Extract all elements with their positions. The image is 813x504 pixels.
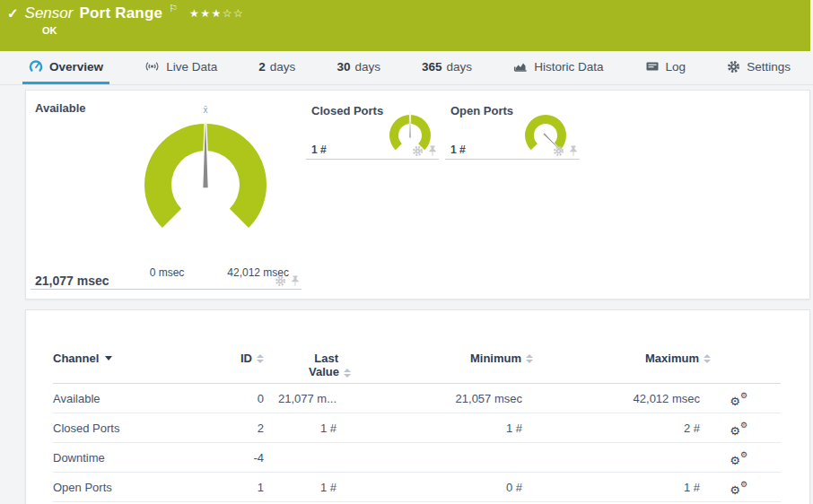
sensor-title: Port Range xyxy=(79,4,162,22)
available-gauge-value: 21,077 msec xyxy=(35,274,109,288)
available-gauge xyxy=(129,104,282,256)
gauge-min-label: 0 msec xyxy=(135,266,199,279)
status-badge: OK xyxy=(42,25,57,36)
channel-maximum: 1 # xyxy=(522,481,700,494)
log-list-icon xyxy=(645,59,660,74)
table-row: Downtime -4 ⚙⚙ xyxy=(53,443,781,473)
channel-minimum: 21,057 msec xyxy=(337,392,522,405)
flag-icon[interactable]: ⚐ xyxy=(169,3,178,14)
tab-365-days[interactable]: 365 days xyxy=(415,51,478,84)
tab-365-days-label: days xyxy=(447,60,473,74)
tab-settings[interactable]: Settings xyxy=(721,51,797,84)
available-gauge-title: Available xyxy=(35,101,86,115)
sort-arrows-icon xyxy=(344,369,351,378)
channel-id: 2 xyxy=(219,421,264,435)
table-row: Available 0 21,077 m... 21,057 msec 42,0… xyxy=(53,384,781,413)
channel-id: 0 xyxy=(219,392,264,405)
column-header-maximum[interactable]: Maximum xyxy=(522,352,711,365)
table-row: Closed Ports 2 1 # 1 # 2 # ⚙⚙ xyxy=(53,413,781,443)
channel-last-value: 1 # xyxy=(264,421,337,435)
gear-icon xyxy=(727,60,740,74)
channel-table-card: Channel ID Last Value Minimum Maximum xyxy=(25,309,810,504)
panel-gear-icon[interactable] xyxy=(275,275,286,287)
tab-overview[interactable]: Overview xyxy=(22,51,109,84)
column-header-id[interactable]: ID xyxy=(219,352,264,365)
tab-overview-label: Overview xyxy=(49,60,103,74)
sort-caret-down-icon xyxy=(105,356,112,361)
sensor-title-row: ✓ Sensor Port Range ⚐ ★★★☆☆ xyxy=(7,4,244,22)
channel-name: Closed Ports xyxy=(53,421,219,435)
tab-2-days[interactable]: 2 days xyxy=(252,51,302,84)
sensor-header: ✓ Sensor Port Range ⚐ ★★★☆☆ OK xyxy=(0,0,810,51)
gauge-icon xyxy=(29,59,43,74)
channel-table: Channel ID Last Value Minimum Maximum xyxy=(26,352,809,502)
pin-icon[interactable] xyxy=(569,145,578,157)
panel-gear-icon[interactable] xyxy=(412,145,424,157)
channel-minimum: 1 # xyxy=(337,421,522,435)
panel-gear-icon[interactable] xyxy=(553,145,564,157)
tab-historic-data[interactable]: Historic Data xyxy=(507,51,609,84)
channel-id: 1 xyxy=(219,481,264,494)
open-ports-gauge-title: Open Ports xyxy=(450,104,513,117)
check-icon: ✓ xyxy=(7,5,19,22)
table-row: Open Ports 1 1 # 0 # 1 # ⚙⚙ xyxy=(53,473,781,502)
sort-arrows-icon xyxy=(257,354,264,363)
pin-icon[interactable] xyxy=(428,145,437,157)
tab-settings-label: Settings xyxy=(747,60,791,74)
tab-live-data-label: Live Data xyxy=(166,60,217,74)
channel-name: Open Ports xyxy=(53,481,219,494)
channel-minimum: 0 # xyxy=(337,481,522,494)
available-gauge-panel: Available x̄ 0 msec 42,012 msec 21,077 m… xyxy=(31,98,302,290)
tab-30-days[interactable]: 30 days xyxy=(330,51,387,84)
channel-id: -4 xyxy=(219,451,264,465)
mean-marker: x̄ xyxy=(197,105,214,115)
tab-2-days-label: days xyxy=(270,60,296,74)
channel-maximum: 42,012 msec xyxy=(522,392,700,405)
column-header-channel[interactable]: Channel xyxy=(53,352,219,365)
channel-name: Available xyxy=(53,392,219,405)
tab-log[interactable]: Log xyxy=(639,51,693,84)
tab-bar: Overview Live Data 2 days 30 days 365 da… xyxy=(0,51,813,85)
tab-historic-data-label: Historic Data xyxy=(534,60,603,74)
closed-ports-gauge-value: 1 # xyxy=(311,143,327,156)
channel-name: Downtime xyxy=(53,451,219,465)
tab-30-days-label: days xyxy=(354,60,380,74)
broadcast-icon xyxy=(144,59,160,74)
area-chart-icon xyxy=(513,59,528,74)
channel-last-value: 1 # xyxy=(264,481,337,494)
channel-last-value: 21,077 m... xyxy=(264,392,337,405)
priority-stars[interactable]: ★★★☆☆ xyxy=(189,7,244,20)
closed-ports-gauge-panel: Closed Ports 1 # xyxy=(306,101,439,160)
channel-maximum: 2 # xyxy=(522,421,700,435)
gauges-card: Available x̄ 0 msec 42,012 msec 21,077 m… xyxy=(25,90,810,300)
tab-live-data[interactable]: Live Data xyxy=(138,51,223,84)
open-ports-gauge-value: 1 # xyxy=(450,143,466,156)
sort-arrows-icon xyxy=(704,354,711,363)
sensor-type-label: Sensor xyxy=(25,4,74,22)
pin-icon[interactable] xyxy=(291,275,300,287)
open-ports-gauge-panel: Open Ports 1 # xyxy=(445,101,580,160)
table-header-row: Channel ID Last Value Minimum Maximum xyxy=(53,352,781,384)
gauge-needle xyxy=(409,112,411,139)
column-header-minimum[interactable]: Minimum xyxy=(337,352,533,365)
tab-log-label: Log xyxy=(666,60,686,74)
closed-ports-gauge-title: Closed Ports xyxy=(311,104,383,117)
